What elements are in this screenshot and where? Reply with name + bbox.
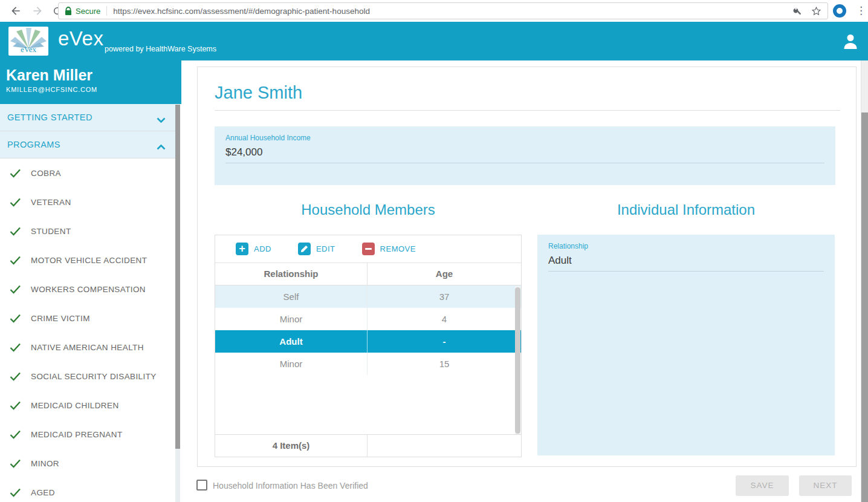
patient-card: Jane Smith Annual Household Income $24,0…: [197, 67, 857, 467]
footer-empty-cell: [368, 435, 521, 457]
program-label: MEDICAID PREGNANT: [31, 430, 123, 439]
sidebar-program-item[interactable]: SOCIAL SECURITY DISABILITY: [0, 362, 175, 391]
relationship-input-underline: [548, 271, 824, 272]
pencil-icon: [298, 243, 311, 255]
household-members-title: Household Members: [215, 201, 522, 218]
sidebar-section-programs[interactable]: PROGRAMS: [0, 131, 175, 158]
sidebar-program-item[interactable]: AGED: [0, 478, 175, 502]
add-label: ADD: [254, 244, 271, 253]
program-label: CRIME VICTIM: [31, 314, 90, 323]
household-table: + ADD EDIT REMOVE Relationship Age: [215, 235, 522, 457]
page-scrollbar[interactable]: [861, 60, 868, 502]
check-icon: [10, 169, 21, 178]
table-row[interactable]: Self 37: [215, 285, 521, 308]
table-toolbar: + ADD EDIT REMOVE: [215, 235, 521, 263]
table-row[interactable]: Minor 15: [215, 353, 521, 375]
check-icon: [10, 343, 21, 352]
individual-information-title: Individual Information: [537, 201, 835, 218]
cell-age: -: [368, 330, 521, 353]
cell-age: 37: [368, 285, 521, 308]
sidebar-user-email: KMILLER@HCFSINC.COM: [6, 86, 181, 93]
sidebar-scrollbar-thumb[interactable]: [175, 105, 180, 449]
sidebar-scrollbar[interactable]: [175, 105, 180, 502]
program-label: AGED: [31, 488, 55, 497]
remove-button[interactable]: REMOVE: [362, 243, 416, 255]
app-header: eVex eVex powered by HealthWare Systems: [0, 22, 868, 60]
cell-relationship: Minor: [215, 353, 368, 375]
section-label: PROGRAMS: [7, 140, 60, 149]
sidebar-program-item[interactable]: MINOR: [0, 449, 175, 478]
check-icon: [10, 227, 21, 236]
sidebar-program-item[interactable]: CRIME VICTIM: [0, 304, 175, 333]
check-icon: [10, 401, 21, 410]
sidebar: Karen Miller KMILLER@HCFSINC.COM GETTING…: [0, 60, 181, 502]
page-title: Jane Smith: [215, 83, 302, 103]
title-divider: [215, 110, 840, 111]
relationship-input[interactable]: Adult: [548, 255, 824, 267]
check-icon: [10, 372, 21, 381]
sidebar-program-item[interactable]: STUDENT: [0, 217, 175, 246]
sidebar-user-name: Karen Miller: [6, 67, 181, 84]
check-icon: [10, 459, 21, 468]
sidebar-program-item[interactable]: VETERAN: [0, 187, 175, 217]
key-icon[interactable]: [793, 6, 803, 16]
program-label: COBRA: [31, 169, 61, 178]
table-scrollbar-thumb[interactable]: [515, 287, 520, 434]
lock-icon: [65, 7, 72, 16]
table-body: Self 37 Minor 4 Adult - Minor: [215, 285, 521, 375]
powered-by-text: powered by HealthWare Systems: [105, 45, 216, 53]
menu-dots-icon[interactable]: ⋮: [856, 4, 866, 18]
page-scrollbar-thumb[interactable]: [861, 112, 868, 502]
program-label: MEDICAID CHILDREN: [31, 401, 119, 410]
user-profile-icon[interactable]: [841, 32, 860, 53]
program-label: MOTOR VEHICLE ACCIDENT: [31, 256, 147, 265]
chevron-down-icon: [157, 115, 166, 125]
income-panel: Annual Household Income $24,000: [215, 126, 835, 185]
column-header-relationship: Relationship: [215, 263, 368, 285]
sidebar-program-item[interactable]: MEDICAID CHILDREN: [0, 391, 175, 420]
program-label: MINOR: [31, 459, 59, 468]
save-button[interactable]: SAVE: [736, 475, 789, 496]
logo-text: eVex: [21, 45, 36, 54]
sidebar-section-getting-started[interactable]: GETTING STARTED: [0, 104, 175, 131]
income-input-underline: [225, 163, 824, 163]
table-row[interactable]: Adult -: [215, 330, 521, 353]
add-icon: +: [236, 243, 248, 255]
program-label: WORKERS COMPENSATION: [31, 285, 146, 294]
security-label: Secure: [76, 7, 100, 16]
address-bar[interactable]: Secure https://evex.hcfsinc.com/assessme…: [58, 2, 828, 19]
cell-age: 15: [368, 353, 521, 375]
table-scrollbar[interactable]: [515, 286, 520, 435]
add-button[interactable]: + ADD: [236, 243, 271, 255]
profile-circle-icon[interactable]: [833, 4, 846, 18]
check-icon: [10, 314, 21, 323]
edit-button[interactable]: EDIT: [298, 243, 335, 255]
next-button[interactable]: NEXT: [799, 475, 852, 496]
sidebar-program-item[interactable]: MEDICAID PREGNANT: [0, 420, 175, 449]
back-icon[interactable]: [10, 5, 22, 17]
sidebar-program-item[interactable]: NATIVE AMERICAN HEALTH: [0, 333, 175, 362]
table-header-row: Relationship Age: [215, 263, 521, 285]
cell-relationship: Minor: [215, 308, 368, 330]
individual-information-panel: Relationship Adult: [537, 235, 835, 455]
column-header-age: Age: [368, 263, 521, 285]
relationship-label: Relationship: [548, 242, 824, 250]
remove-label: REMOVE: [380, 244, 416, 253]
table-footer-row: 4 Item(s): [215, 434, 521, 457]
program-label: VETERAN: [31, 198, 71, 207]
table-row[interactable]: Minor 4: [215, 308, 521, 330]
check-icon: [10, 198, 21, 207]
income-input[interactable]: $24,000: [225, 146, 824, 158]
sidebar-program-item[interactable]: MOTOR VEHICLE ACCIDENT: [0, 246, 175, 275]
sidebar-program-item[interactable]: COBRA: [0, 158, 175, 187]
star-icon[interactable]: [811, 6, 821, 16]
forward-icon[interactable]: [31, 5, 44, 17]
evex-logo: eVex: [8, 27, 48, 56]
sidebar-program-item[interactable]: WORKERS COMPENSATION: [0, 275, 175, 304]
sidebar-user-block: Karen Miller KMILLER@HCFSINC.COM: [0, 60, 181, 104]
browser-chrome: Secure https://evex.hcfsinc.com/assessme…: [0, 0, 868, 22]
cell-relationship: Self: [215, 285, 368, 308]
program-label: SOCIAL SECURITY DISABILITY: [31, 372, 157, 381]
chevron-up-icon: [157, 142, 166, 152]
verified-checkbox[interactable]: [196, 480, 207, 491]
